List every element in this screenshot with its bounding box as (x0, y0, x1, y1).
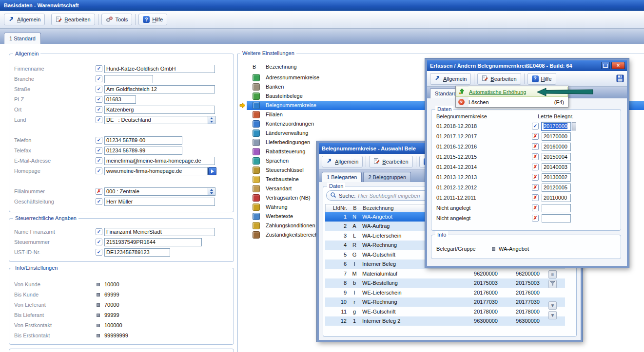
checkbox[interactable] (532, 123, 539, 130)
checkbox[interactable] (96, 106, 102, 113)
field-finanzamt: Name FinanzamtFinanzamt MeinerStadt (14, 228, 230, 237)
belegnr-input[interactable]: 20170000 (542, 122, 571, 130)
table-row[interactable]: 10rWE-Rechnung2017703020177030 (325, 297, 565, 307)
ort-input[interactable]: Katzenberg (104, 106, 215, 114)
belegnr-input[interactable] (542, 214, 571, 222)
close-button[interactable] (611, 62, 625, 69)
tab-belegarten[interactable]: 1 Belegarten (322, 172, 362, 182)
checkbox[interactable] (96, 116, 102, 123)
belegnr-input[interactable]: 20120005 (542, 184, 571, 192)
spinner[interactable] (208, 188, 215, 195)
column-header-b[interactable]: B (253, 64, 256, 70)
filter-button[interactable] (548, 280, 557, 288)
checkbox[interactable] (532, 204, 539, 211)
checkbox[interactable] (96, 157, 102, 164)
land-combobox[interactable]: DE : Deutschland (104, 116, 215, 124)
scroll-down-button[interactable]: ▼ (548, 301, 557, 310)
hilfe-button[interactable]: Hilfe (527, 73, 556, 85)
allgemein-button[interactable]: Allgemein (4, 14, 45, 25)
checkbox[interactable] (96, 188, 102, 195)
belegnr-input[interactable]: 20170000 (542, 132, 571, 141)
column-options-button[interactable]: ≡ (548, 270, 557, 278)
bearbeiten-button[interactable]: Bearbeiten (369, 156, 412, 167)
checkbox[interactable] (96, 239, 102, 245)
spinner[interactable] (208, 116, 215, 124)
allgemein-button[interactable]: Allgemein (322, 156, 363, 167)
table-row[interactable]: 121Interner Beleg 29630000096300000 (325, 316, 565, 326)
belegnr-input[interactable]: 20110000 (542, 194, 571, 202)
belegnr-input[interactable]: 20150004 (542, 153, 571, 161)
edit-icon (56, 16, 62, 23)
open-homepage-button[interactable] (208, 167, 216, 175)
checkbox[interactable] (96, 198, 102, 205)
menu-shortcut: (F4) (554, 99, 564, 105)
erfassen-dialog-titlebar[interactable]: Erfassen / Ändern BelegnummernkreißE0408… (427, 60, 627, 71)
branche-input[interactable] (104, 75, 153, 83)
belegnr-input[interactable] (542, 204, 571, 212)
nummernkreis-row: 01.2017-12.201720170000 (431, 132, 621, 142)
belegart-value: WA-Angebot (499, 246, 529, 252)
maximize-button[interactable] (601, 62, 610, 69)
ustid-input[interactable]: DE123456789123 (104, 248, 170, 257)
checkbox[interactable] (532, 153, 539, 160)
homepage-input[interactable]: www.meine-firma-homepage.de (104, 167, 208, 175)
checkbox[interactable] (532, 164, 539, 170)
window-titlebar[interactable]: Basisdaten - Warenwirtschaft (0, 0, 644, 11)
checkbox[interactable] (532, 133, 539, 140)
arrow-ne-icon (434, 75, 441, 82)
bearbeiten-button[interactable]: Bearbeiten (477, 73, 521, 85)
table-row[interactable]: 9lWE-Lieferschein2017600020176000 (325, 288, 565, 297)
toolbar-separator (524, 74, 525, 84)
firmenname-input[interactable]: Hund-Katze-Goldfisch GmbH (104, 65, 215, 73)
telefon-input[interactable]: 01234 56789-00 (104, 136, 182, 145)
edit-icon (373, 158, 380, 165)
languages-icon (253, 157, 260, 165)
checkbox[interactable] (96, 96, 102, 103)
geschaeftsleitung-input[interactable]: Herr Müller (104, 198, 215, 206)
hilfe-button[interactable]: Hilfe (138, 14, 167, 25)
bearbeiten-button[interactable]: Bearbeiten (51, 14, 95, 25)
filialnummer-combobox[interactable]: 000 : Zentrale (104, 187, 215, 196)
belegnr-input[interactable]: 20130002 (542, 173, 571, 182)
checkbox[interactable] (96, 147, 102, 154)
scroll-bottom-button[interactable]: ▼ (548, 311, 557, 319)
checkbox[interactable] (532, 143, 539, 150)
checkbox[interactable] (532, 174, 539, 181)
strasse-input[interactable]: Am Goldfischteich 12 (104, 85, 215, 93)
allgemein-button[interactable]: Allgemein (430, 73, 471, 85)
erfassen-info-group: Info Belegart/Gruppe WA-Angebot (431, 235, 621, 259)
belegnr-input[interactable]: 20160000 (542, 143, 571, 151)
tab-beleggruppen[interactable]: 2 Beleggruppen (363, 172, 411, 182)
checkbox[interactable] (96, 65, 102, 72)
spinner[interactable] (572, 122, 576, 130)
checkbox[interactable] (96, 75, 102, 82)
table-row[interactable]: 7MMaterialumlauf9620000096200000 (325, 269, 565, 278)
steuernummer-input[interactable]: 2151937549PR1644 (104, 238, 202, 246)
checkbox[interactable] (532, 184, 539, 191)
belegnr-input[interactable]: 20140003 (542, 163, 571, 171)
column-header-bezeichnung[interactable]: Bezeichnung (266, 64, 297, 70)
checkbox[interactable] (532, 215, 539, 222)
checkbox[interactable] (96, 86, 102, 93)
erfassen-toolbar: Allgemein Bearbeiten Hilfe (427, 71, 627, 87)
email-input[interactable]: meinefirma@meine-firma-homepage.de (104, 157, 215, 165)
checkbox[interactable] (96, 167, 102, 174)
bullet-icon (97, 283, 100, 286)
finanzamt-input[interactable]: Finanzamt MeinerStadt (104, 228, 215, 236)
tools-button[interactable]: Tools (101, 14, 133, 25)
auswahl-dialog-title: Belegnummernkreise - Auswahl Bele (322, 146, 416, 151)
checkbox[interactable] (96, 249, 102, 256)
field-filialnummer: Filialnummer 000 : Zentrale (14, 187, 230, 196)
tab-standard[interactable]: 1 Standard (4, 33, 41, 44)
table-row[interactable]: 8bWE-Bestellung2017500320175003 (325, 278, 565, 288)
save-button[interactable] (616, 74, 624, 83)
checkbox[interactable] (96, 137, 102, 144)
table-row[interactable]: 11gWE-Gutschrift2017800020178000 (325, 307, 565, 316)
main-window: { "window_title": "Basisdaten - Warenwir… (0, 0, 644, 352)
checkbox[interactable] (96, 228, 102, 235)
menu-item-loeschen[interactable]: Löschen (F4) (456, 97, 568, 107)
checkbox[interactable] (532, 194, 539, 201)
plz-input[interactable]: 01683 (104, 95, 136, 104)
telefax-input[interactable]: 01234 56789-99 (104, 147, 182, 155)
nummernkreis-row: 01.2013-12.201320130002 (431, 173, 621, 183)
